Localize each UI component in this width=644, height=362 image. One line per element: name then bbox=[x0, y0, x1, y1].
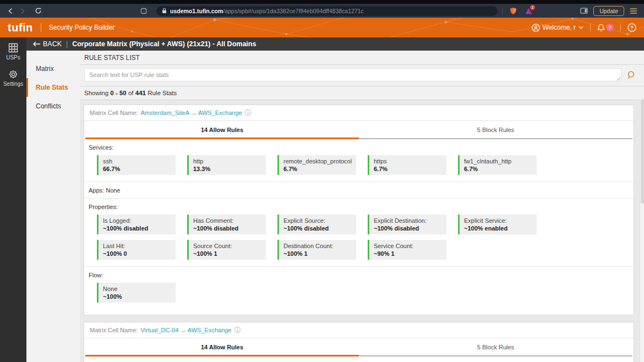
service-name: remote_desktop_protocol bbox=[283, 158, 352, 164]
service-percent: 66.7% bbox=[103, 166, 171, 172]
breadcrumb-pipe: | bbox=[66, 40, 68, 48]
sidebar-item-rule-stats[interactable]: Rule Stats bbox=[26, 78, 80, 97]
service-tile: ssh 66.7% bbox=[97, 155, 176, 175]
update-button[interactable]: Update bbox=[593, 6, 624, 16]
matrix-cell-link[interactable]: Amsterdam_SiteA → AWS_Exchange bbox=[140, 109, 242, 116]
browser-chrome: usdemo1.tufin.com/apps/spb#/usps/1da3382… bbox=[0, 0, 644, 18]
service-percent: 13.3% bbox=[193, 166, 261, 172]
matrix-cell-link[interactable]: Virtual_DC-04 → AWS_Exchange bbox=[140, 327, 231, 333]
shield-icon[interactable] bbox=[507, 6, 519, 17]
app-title: Security Policy Builder bbox=[49, 24, 114, 31]
property-name: Service Count: bbox=[374, 243, 442, 249]
services-label: Services: bbox=[84, 139, 634, 155]
property-name: Has Comment: bbox=[193, 217, 261, 224]
tab-block-rules[interactable]: 5 Block Rules bbox=[359, 344, 632, 356]
matrix-cell-header: Matrix Cell Name: Virtual_DC-04 → AWS_Ex… bbox=[84, 322, 634, 338]
property-value: ~100% enabled bbox=[464, 225, 532, 232]
back-button[interactable]: BACK bbox=[33, 40, 62, 48]
tufin-logo: tufin bbox=[8, 21, 33, 34]
property-value: ~100% 0 bbox=[103, 250, 171, 257]
page-title: Corporate Matrix (Physical + AWS) (21x21… bbox=[72, 40, 256, 48]
property-tile: Destination Count: ~100% 1 bbox=[277, 240, 356, 260]
search-input[interactable] bbox=[84, 68, 621, 81]
rule-tabs: 14 Allow Rules 5 Block Rules bbox=[84, 121, 634, 139]
url-bar[interactable]: usdemo1.tufin.com/apps/spb#/usps/1da3382… bbox=[156, 6, 498, 16]
help-button[interactable]: ? bbox=[627, 23, 636, 32]
header-divider bbox=[41, 23, 41, 32]
property-value: ~100% 1 bbox=[193, 250, 261, 257]
scrollbar-thumb[interactable] bbox=[641, 99, 644, 204]
rule-stats-card-1: Matrix Cell Name: Amsterdam_SiteA → AWS_… bbox=[84, 105, 634, 315]
property-value: ~90% 1 bbox=[374, 250, 442, 257]
services-label: Services: bbox=[84, 356, 634, 362]
property-value: ~100% disabled bbox=[193, 225, 261, 232]
menu-icon[interactable] bbox=[627, 6, 640, 17]
rail-settings-label: Settings bbox=[3, 81, 23, 87]
search-icon[interactable] bbox=[627, 70, 636, 80]
svg-text:?: ? bbox=[630, 24, 634, 30]
matrix-cell-header: Matrix Cell Name: Amsterdam_SiteA → AWS_… bbox=[84, 105, 634, 121]
header-separator bbox=[590, 24, 591, 31]
matrix-cell-label: Matrix Cell Name: bbox=[90, 327, 138, 333]
welcome-label: Welcome, r bbox=[543, 24, 576, 31]
property-value: ~100% disabled bbox=[103, 225, 171, 232]
rail-item-settings[interactable]: Settings bbox=[3, 69, 23, 87]
tab-allow-rules[interactable]: 14 Allow Rules bbox=[85, 127, 359, 139]
back-icon[interactable] bbox=[4, 6, 17, 17]
property-tile: Service Count: ~90% 1 bbox=[368, 240, 446, 260]
service-percent: 6.7% bbox=[464, 166, 532, 172]
header-separator-2 bbox=[620, 24, 621, 31]
bookmark-icon[interactable] bbox=[138, 6, 150, 17]
property-name: Last Hit: bbox=[103, 243, 171, 249]
service-tile: fw1_clntauth_http 6.7% bbox=[458, 155, 537, 175]
breadcrumb: BACK | Corporate Matrix (Physical + AWS)… bbox=[26, 37, 644, 51]
service-name: fw1_clntauth_http bbox=[464, 158, 532, 164]
scrollbar-track[interactable] bbox=[640, 99, 644, 362]
rule-stats-card-2: Matrix Cell Name: Virtual_DC-04 → AWS_Ex… bbox=[84, 322, 634, 362]
sidebar-item-matrix[interactable]: Matrix bbox=[26, 59, 80, 78]
flow-percent: ~100% bbox=[103, 293, 171, 300]
url-domain: usdemo1.tufin.com bbox=[170, 8, 223, 14]
property-tile: Is Logged: ~100% disabled bbox=[97, 215, 176, 234]
sidebar-panel-icon[interactable] bbox=[578, 6, 590, 17]
property-tile: Last Hit: ~100% 0 bbox=[97, 240, 176, 260]
back-arrow-icon bbox=[33, 41, 41, 47]
nav-rail: USPs Settings bbox=[0, 37, 26, 362]
lock-icon bbox=[162, 8, 167, 14]
service-name: ssh bbox=[103, 158, 171, 164]
property-tile: Explicit Service: ~100% enabled bbox=[458, 215, 537, 234]
user-menu[interactable]: Welcome, r bbox=[532, 24, 583, 32]
tab-allow-rules[interactable]: 14 Allow Rules bbox=[85, 344, 359, 356]
properties-tiles: Is Logged: ~100% disabled Has Comment: ~… bbox=[84, 215, 634, 266]
info-icon[interactable]: ⓘ bbox=[245, 109, 252, 116]
back-label: BACK bbox=[43, 40, 62, 48]
tab-block-rules[interactable]: 5 Block Rules bbox=[359, 127, 632, 139]
matrix-cell-label: Matrix Cell Name: bbox=[90, 109, 138, 116]
service-tile: remote_desktop_protocol 6.7% bbox=[277, 155, 356, 175]
browser-tab-strip bbox=[0, 0, 644, 4]
properties-label: Properties: bbox=[84, 199, 634, 215]
flow-label: Flow: bbox=[84, 267, 634, 283]
property-tile: Explicit Source: ~100% disabled bbox=[277, 215, 356, 234]
property-name: Explicit Source: bbox=[283, 217, 352, 224]
flow-tiles: None ~100% bbox=[84, 283, 634, 309]
sidebar-item-conflicts[interactable]: Conflicts bbox=[26, 97, 80, 116]
sidebar: Matrix Rule Stats Conflicts bbox=[26, 51, 80, 362]
property-name: Destination Count: bbox=[283, 243, 352, 249]
extension-icon[interactable]: 1 bbox=[523, 7, 533, 15]
reload-icon[interactable] bbox=[32, 6, 44, 17]
toolbar-divider bbox=[502, 8, 503, 14]
flow-name: None bbox=[103, 286, 171, 292]
property-name: Is Logged: bbox=[103, 217, 171, 224]
service-tile: https 6.7% bbox=[368, 155, 446, 175]
rail-item-usps[interactable]: USPs bbox=[6, 43, 20, 61]
browser-toolbar: usdemo1.tufin.com/apps/spb#/usps/1da3382… bbox=[0, 4, 644, 18]
notifications-button[interactable]: 7 bbox=[597, 24, 614, 32]
info-icon[interactable]: ⓘ bbox=[234, 327, 241, 333]
showing-range: 0 - 50 bbox=[110, 90, 126, 96]
forward-icon[interactable] bbox=[17, 6, 29, 17]
property-tile: Source Count: ~100% 1 bbox=[187, 240, 266, 260]
property-value: ~100% disabled bbox=[374, 225, 442, 232]
service-percent: 6.7% bbox=[283, 166, 352, 172]
chevron-down-icon bbox=[578, 26, 583, 29]
